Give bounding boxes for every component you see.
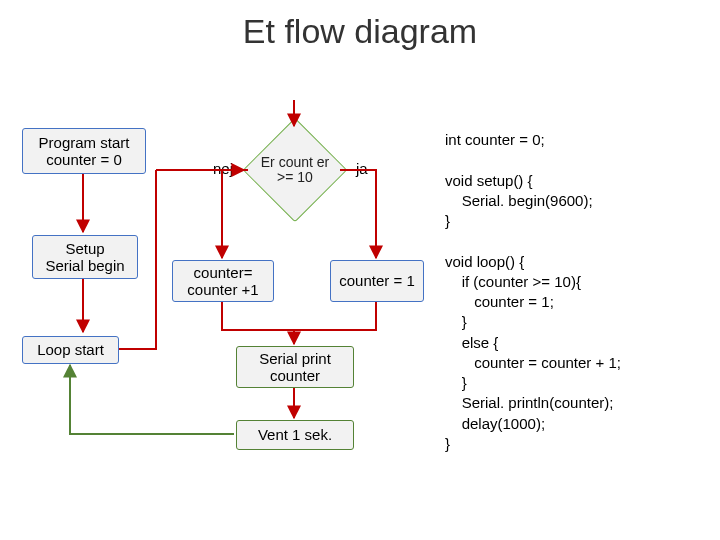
- box-program-start: Program startcounter = 0: [22, 128, 146, 174]
- label-no: nej: [213, 160, 233, 177]
- decision-text: Er count er >= 10: [255, 155, 335, 184]
- code-listing: int counter = 0;void setup() { Serial. b…: [445, 130, 705, 454]
- box-setup: SetupSerial begin: [32, 235, 138, 279]
- box-wait: Vent 1 sek.: [236, 420, 354, 450]
- decision-counter-ge-10: Er count er >= 10: [245, 120, 345, 220]
- box-reset: counter = 1: [330, 260, 424, 302]
- box-increment: counter= counter +1: [172, 260, 274, 302]
- box-serial-print: Serial print counter: [236, 346, 354, 388]
- box-loop-start: Loop start: [22, 336, 119, 364]
- label-yes: ja: [356, 160, 368, 177]
- page-title: Et flow diagram: [0, 12, 720, 51]
